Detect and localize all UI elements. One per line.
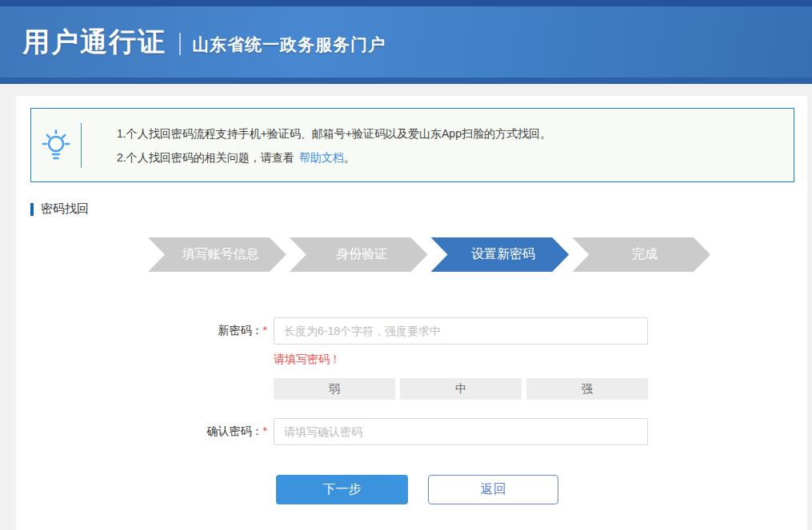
required-asterisk: * (263, 424, 267, 437)
wizard-step-label: 填写账号信息 (182, 246, 258, 263)
wizard-step-label: 完成 (632, 246, 658, 263)
action-buttons: 下一步 返回 (276, 475, 807, 504)
confirm-password-label: 确认密码：* (16, 424, 267, 439)
strength-weak: 弱 (274, 378, 395, 400)
section-title-text: 密码找回 (41, 201, 89, 217)
wizard-step-done: 完成 (572, 237, 710, 272)
confirm-password-label-text: 确认密码： (207, 424, 263, 437)
strength-strong: 强 (526, 378, 648, 400)
back-button[interactable]: 返回 (428, 475, 558, 504)
confirm-password-input[interactable] (274, 418, 648, 445)
wizard-step-label: 设置新密码 (471, 246, 535, 263)
required-asterisk: * (263, 324, 267, 337)
new-password-label-text: 新密码： (218, 324, 263, 337)
new-password-input[interactable] (274, 317, 648, 345)
notice-line-2-text: 2.个人找回密码的相关问题，请查看 (117, 151, 294, 164)
password-strength-meter: 弱 中 强 (274, 378, 807, 400)
strength-medium: 中 (400, 378, 522, 400)
section-title-bar (30, 203, 34, 216)
title-divider (179, 33, 181, 55)
notice-line-1: 1.个人找回密码流程支持手机+验证码、邮箱号+验证码以及爱山东App扫脸的方式找… (117, 122, 551, 145)
lightbulb-icon (31, 129, 81, 162)
password-error-message: 请填写密码！ (274, 353, 807, 367)
confirm-password-row: 确认密码：* (16, 418, 807, 445)
site-title: 用户通行证 (22, 24, 166, 61)
notice-line-2-suffix: 。 (344, 151, 355, 164)
step-wizard: 填写账号信息 身份验证 设置新密码 完成 (148, 237, 710, 272)
page-header: 用户通行证 山东省统一政务服务门户 (0, 0, 812, 84)
new-password-row: 新密码：* (16, 317, 807, 345)
notice-line-2: 2.个人找回密码的相关问题，请查看帮助文档。 (117, 145, 551, 169)
next-step-button[interactable]: 下一步 (276, 475, 408, 504)
help-doc-link[interactable]: 帮助文档 (299, 151, 344, 164)
new-password-label: 新密码：* (16, 324, 267, 338)
site-subtitle: 山东省统一政务服务门户 (192, 34, 386, 56)
wizard-step-label: 身份验证 (336, 246, 387, 263)
notice-box: 1.个人找回密码流程支持手机+验证码、邮箱号+验证码以及爱山东App扫脸的方式找… (30, 108, 794, 182)
wizard-step-account-info: 填写账号信息 (148, 237, 286, 272)
content-panel: 1.个人找回密码流程支持手机+验证码、邮箱号+验证码以及爱山东App扫脸的方式找… (16, 96, 807, 530)
wizard-step-set-new-password: 设置新密码 (431, 237, 570, 272)
section-title: 密码找回 (30, 201, 807, 217)
wizard-step-identity-verify: 身份验证 (290, 237, 428, 272)
